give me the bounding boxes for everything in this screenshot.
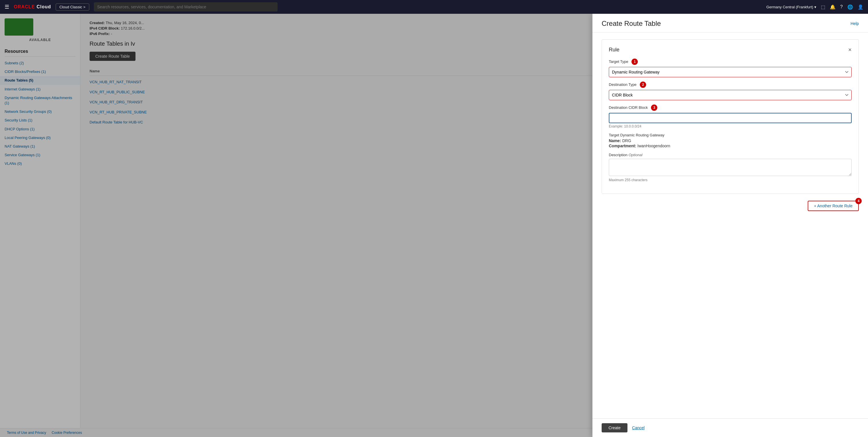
navbar-right: Germany Central (Frankfurt) ▾ ⬚ 🔔 ? 🌐 👤 [766, 4, 863, 10]
destination-cidr-group: Destination CIDR Block 3 172.16.2.0/24 E… [609, 105, 851, 128]
step4-badge: 4 [856, 198, 862, 204]
description-label: Description Optional [609, 153, 851, 157]
destination-cidr-label: Destination CIDR Block 3 [609, 105, 851, 111]
rule-box-header: Rule × [609, 46, 851, 53]
oracle-logo: ORACLE Cloud [14, 4, 51, 9]
destination-type-group: Destination Type 2 CIDR Block [609, 82, 851, 100]
help-icon[interactable]: ? [840, 4, 843, 10]
cancel-button[interactable]: Cancel [632, 426, 645, 430]
drg-name: Name: DRG [609, 138, 851, 143]
target-drg-section: Target Dynamic Routing Gateway Name: DRG… [609, 133, 851, 148]
destination-cidr-hint: Example: 10.0.0.0/24 [609, 124, 851, 128]
navbar-icons: ⬚ 🔔 ? 🌐 👤 [821, 4, 863, 10]
rule-box: Rule × Target Type 1 Dynamic Routing Gat… [601, 39, 859, 194]
hamburger-menu-icon[interactable]: ☰ [5, 4, 9, 10]
globe-icon[interactable]: 🌐 [847, 4, 853, 10]
help-link[interactable]: Help [850, 21, 859, 26]
step2-badge: 2 [640, 82, 646, 88]
code-icon[interactable]: ⬚ [821, 4, 825, 10]
destination-type-select[interactable]: CIDR Block [609, 90, 851, 100]
rule-close-button[interactable]: × [848, 46, 851, 53]
modal-footer: Create Cancel [592, 418, 868, 437]
destination-type-label: Destination Type 2 [609, 82, 851, 88]
destination-cidr-input[interactable]: 172.16.2.0/24 [609, 113, 851, 123]
step3-badge: 3 [651, 104, 657, 111]
drg-compartment: Compartment: IwanHoogendoorn [609, 144, 851, 148]
rule-box-title: Rule [609, 47, 619, 53]
region-selector[interactable]: Germany Central (Frankfurt) ▾ [766, 5, 816, 9]
modal-header: Create Route Table Help [592, 14, 868, 32]
step1-badge: 1 [631, 59, 638, 65]
target-type-label: Target Type 1 [609, 59, 851, 65]
another-route-rule-button[interactable]: + Another Route Rule [808, 201, 859, 211]
search-input[interactable] [94, 2, 278, 11]
modal-body: Rule × Target Type 1 Dynamic Routing Gat… [592, 32, 868, 418]
user-icon[interactable]: 👤 [858, 4, 863, 10]
create-button[interactable]: Create [601, 423, 627, 432]
target-type-select[interactable]: Dynamic Routing Gateway [609, 67, 851, 77]
bell-icon[interactable]: 🔔 [830, 4, 836, 10]
target-drg-label: Target Dynamic Routing Gateway [609, 133, 851, 137]
cloud-classic-button[interactable]: Cloud Classic > [56, 3, 89, 11]
top-navbar: ☰ ORACLE Cloud Cloud Classic > Germany C… [0, 0, 868, 14]
description-hint: Maximum 255 characters [609, 178, 851, 182]
another-route-container: + Another Route Rule 4 [601, 201, 859, 211]
description-textarea[interactable] [609, 159, 851, 176]
description-group: Description Optional Maximum 255 charact… [609, 153, 851, 182]
target-type-group: Target Type 1 Dynamic Routing Gateway [609, 59, 851, 77]
create-route-table-modal: Create Route Table Help Rule × Target Ty… [592, 14, 868, 437]
modal-title: Create Route Table [601, 20, 661, 28]
